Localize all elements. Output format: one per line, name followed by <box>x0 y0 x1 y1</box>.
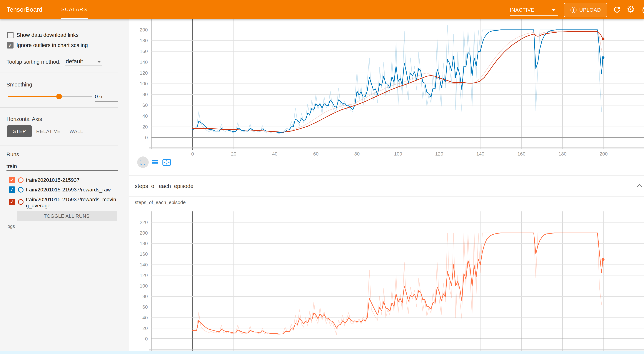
run-filter-input[interactable]: train <box>6 163 17 170</box>
steps-chart-card: steps_of_each_episode 020406080100120140… <box>129 197 644 351</box>
svg-text:60: 60 <box>313 151 319 157</box>
ignore-outliers-label: Ignore outliers in chart scaling <box>16 42 88 48</box>
slider-track[interactable] <box>59 96 92 97</box>
svg-text:0: 0 <box>145 135 148 140</box>
svg-text:0: 0 <box>191 151 194 157</box>
tensorboard-app: { "colors":{"accent":"#f57c00","icon_blu… <box>0 0 644 354</box>
svg-text:180: 180 <box>140 241 148 246</box>
rewards-chart[interactable]: 0204060801001201401601802000204060801001… <box>129 19 644 176</box>
divider <box>0 72 118 73</box>
svg-text:200: 200 <box>600 151 608 157</box>
svg-text:120: 120 <box>140 272 148 278</box>
show-download-links-label: Show data download links <box>16 32 78 38</box>
tooltip-sort-select[interactable]: default <box>66 58 83 65</box>
svg-text:140: 140 <box>140 60 148 65</box>
axis-step-button[interactable]: STEP <box>7 125 32 137</box>
svg-text:220: 220 <box>140 220 148 225</box>
run-checkbox-2[interactable]: ✓ <box>9 186 15 193</box>
svg-text:160: 160 <box>140 48 148 54</box>
slider-thumb[interactable] <box>56 94 62 99</box>
svg-text:120: 120 <box>435 151 443 157</box>
svg-text:140: 140 <box>140 262 148 268</box>
status-underline <box>510 15 558 16</box>
svg-text:80: 80 <box>354 151 360 157</box>
svg-text:180: 180 <box>558 151 566 157</box>
show-download-links-checkbox[interactable] <box>7 32 14 38</box>
svg-text:20: 20 <box>142 326 148 331</box>
svg-text:40: 40 <box>142 315 148 320</box>
divider <box>0 108 118 108</box>
runs-group-label: logs <box>6 224 15 229</box>
svg-text:160: 160 <box>517 151 525 157</box>
bottom-scroll-strip[interactable] <box>0 351 644 354</box>
svg-text:180: 180 <box>140 38 148 43</box>
run-color-swatch <box>18 199 24 205</box>
tooltip-sort-label: Tooltip sorting method: <box>6 59 60 65</box>
app-header: TensorBoard SCALARS INACTIVE ⓘ UPLOAD ⚙ <box>0 0 644 19</box>
section-header[interactable]: steps_of_each_episode <box>129 176 644 196</box>
svg-text:200: 200 <box>140 27 148 32</box>
tab-scalars[interactable]: SCALARS <box>61 0 88 19</box>
axis-relative-button[interactable]: RELATIVE <box>36 125 61 137</box>
svg-text:80: 80 <box>142 92 148 97</box>
run-checkbox-1[interactable]: ✓ <box>9 177 15 183</box>
section-title: steps_of_each_episode <box>135 176 194 196</box>
svg-text:40: 40 <box>142 113 148 119</box>
svg-text:0: 0 <box>145 336 148 342</box>
app-title: TensorBoard <box>7 0 42 19</box>
svg-text:100: 100 <box>140 81 148 86</box>
svg-text:100: 100 <box>140 283 148 289</box>
chart-title: steps_of_each_episode <box>135 200 186 205</box>
slider-track-filled[interactable] <box>8 96 59 97</box>
svg-text:20: 20 <box>142 124 148 130</box>
svg-text:160: 160 <box>140 251 148 257</box>
svg-text:120: 120 <box>140 70 148 76</box>
run-checkbox-3[interactable]: ✓ <box>9 199 15 205</box>
divider <box>0 146 118 146</box>
runs-label: Runs <box>6 152 19 158</box>
svg-text:40: 40 <box>272 151 278 157</box>
info-icon: ⓘ <box>570 7 576 13</box>
run-label-2: train/20201015-215937/rewards_raw <box>26 186 111 193</box>
run-color-swatch <box>18 187 24 192</box>
run-color-swatch <box>18 177 24 183</box>
expand-icon[interactable] <box>140 159 146 165</box>
chevron-down-icon[interactable] <box>97 61 101 63</box>
tab-underline <box>61 18 88 19</box>
toggle-all-runs-button[interactable]: TOGGLE ALL RUNS <box>17 211 117 221</box>
run-label-1: train/20201015-215937 <box>26 177 80 183</box>
chevron-down-icon[interactable] <box>552 9 556 11</box>
refresh-icon[interactable] <box>612 5 622 14</box>
run-filter-underline <box>6 170 118 171</box>
svg-text:60: 60 <box>142 102 148 108</box>
smoothing-value[interactable]: 0.6 <box>95 94 102 100</box>
upload-button[interactable]: ⓘ UPLOAD <box>564 3 607 17</box>
run-label-3: train/20201015-215937/rewards_moving_ave… <box>26 196 118 209</box>
smoothing-underline <box>95 101 118 102</box>
select-underline <box>65 66 102 66</box>
rewards-chart-card: 0204060801001201401601802000204060801001… <box>129 19 644 176</box>
svg-text:80: 80 <box>142 294 148 299</box>
ignore-outliers-checkbox[interactable]: ✓ <box>7 42 14 48</box>
smoothing-label: Smoothing <box>6 82 32 88</box>
svg-text:100: 100 <box>394 151 402 157</box>
svg-text:140: 140 <box>476 151 484 157</box>
horizontal-axis-label: Horizontal Axis <box>6 116 42 122</box>
svg-text:200: 200 <box>140 230 148 236</box>
data-download-icon[interactable] <box>151 158 159 167</box>
svg-text:60: 60 <box>142 304 148 310</box>
gear-icon[interactable]: ⚙ <box>626 4 635 14</box>
status-dropdown[interactable]: INACTIVE <box>510 6 558 15</box>
help-icon[interactable] <box>642 6 644 15</box>
steps-chart[interactable]: 020406080100120140160180200220 <box>129 197 644 351</box>
chevron-up-icon[interactable] <box>636 183 643 188</box>
axis-wall-button[interactable]: WALL <box>65 125 88 137</box>
sidebar: Show data download links ✓ Ignore outlie… <box>0 19 123 354</box>
svg-text:20: 20 <box>231 151 236 157</box>
fit-domain-icon[interactable] <box>162 158 171 167</box>
